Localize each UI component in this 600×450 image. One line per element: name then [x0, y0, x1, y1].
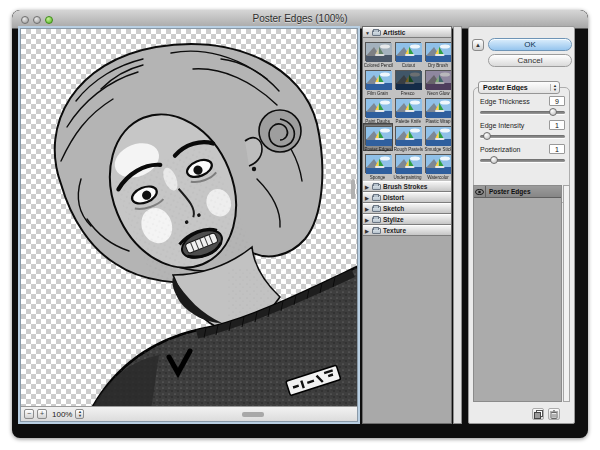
filter-category-artistic[interactable]: ▼Artistic	[363, 27, 451, 38]
effect-layer-row[interactable]: Poster Edges	[474, 186, 561, 198]
preview-statusbar: − + 100% ▲▼	[21, 406, 357, 421]
disclosure-triangle-icon: ▶	[365, 217, 370, 223]
filter-thumbnail-image	[425, 70, 451, 89]
filter-thumb-film-grain[interactable]: Film Grain	[363, 67, 393, 95]
filter-thumbnail-image	[395, 154, 421, 173]
filter-thumbnail-image	[425, 98, 451, 117]
filter-panel-scrollbar[interactable]	[453, 26, 462, 424]
folder-icon	[372, 184, 381, 190]
category-label: Artistic	[383, 29, 405, 36]
filter-thumbnail-image	[425, 126, 451, 145]
filter-category-distort[interactable]: ▶Distort	[363, 192, 451, 203]
disclosure-triangle-icon: ▶	[365, 206, 370, 212]
filter-thumb-poster-edges[interactable]: Poster Edges	[363, 123, 393, 151]
category-label: Distort	[383, 194, 404, 201]
folder-icon	[372, 206, 381, 212]
zoom-level: 100%	[52, 410, 72, 419]
horizontal-scrollbar-thumb[interactable]	[242, 412, 264, 417]
filter-thumbnail-label: Dry Brush	[428, 62, 448, 67]
category-label: Texture	[383, 227, 406, 234]
disclosure-triangle-icon: ▶	[365, 184, 370, 190]
filter-thumbnail-label: Film Grain	[368, 90, 389, 95]
collapse-thumbnails-button[interactable]: ▲	[472, 39, 484, 51]
disclosure-triangle-icon: ▶	[365, 195, 370, 201]
select-stepper-icon: ▲▼	[550, 84, 557, 91]
filter-thumb-watercolor[interactable]: Watercolor	[423, 151, 452, 179]
filter-thumbnail-label: Underpainting	[394, 174, 422, 179]
image-preview[interactable]	[21, 29, 357, 406]
vertical-scrollbar-thumb[interactable]	[351, 179, 355, 199]
filter-select-value: Poster Edges	[483, 84, 550, 91]
filter-thumbnail-image	[365, 126, 391, 145]
filter-thumb-cutout[interactable]: Cutout	[393, 39, 423, 67]
filter-thumbnail-image	[365, 98, 391, 117]
filter-thumbnail-label: Colored Pencil	[363, 62, 392, 67]
filter-select[interactable]: Poster Edges ▲▼	[478, 81, 560, 94]
effect-actions	[532, 408, 560, 420]
edge-intensity-value[interactable]: 1	[549, 120, 565, 130]
filter-category-sketch[interactable]: ▶Sketch	[363, 203, 451, 214]
filter-thumbnail-label: Cutout	[401, 62, 414, 67]
slider-label: Edge Thickness	[480, 98, 530, 105]
filter-thumb-neon-glow[interactable]: Neon Glow	[423, 67, 452, 95]
window-title: Poster Edges (100%)	[12, 13, 588, 24]
filter-thumbnail-label: Paint Daubs	[366, 118, 391, 123]
filter-thumbnail-label: Plastic Wrap	[425, 118, 450, 123]
visibility-eye-icon[interactable]	[474, 186, 486, 197]
filter-thumb-sponge[interactable]: Sponge	[363, 151, 393, 179]
slider-edge-thickness: Edge Thickness9	[480, 96, 565, 114]
posterization-value[interactable]: 1	[549, 144, 565, 154]
filter-category-texture[interactable]: ▶Texture	[363, 225, 451, 236]
filter-thumbnail-label: Smudge Stick	[424, 146, 452, 151]
filter-thumb-smudge-stick[interactable]: Smudge Stick	[423, 123, 452, 151]
edge-thickness-slider[interactable]	[480, 111, 565, 114]
cancel-button[interactable]: Cancel	[488, 54, 572, 67]
slider-edge-intensity: Edge Intensity1	[480, 120, 565, 138]
filter-thumb-colored-pencil[interactable]: Colored Pencil	[363, 39, 393, 67]
filter-thumbnail-image	[395, 126, 421, 145]
filter-thumbnail-image	[365, 42, 391, 61]
zoom-stepper[interactable]: ▲▼	[75, 409, 84, 419]
edge-thickness-value[interactable]: 9	[549, 96, 565, 106]
filter-thumbnail-label: Fresco	[401, 90, 415, 95]
effect-layer-name: Poster Edges	[486, 188, 531, 195]
ok-button[interactable]: OK	[488, 38, 572, 51]
settings-panel: ▲ OK Cancel Poster Edges ▲▼ Edge Thickne…	[468, 26, 575, 424]
new-effect-layer-button[interactable]	[532, 408, 544, 420]
slider-thumb-icon[interactable]	[490, 156, 498, 164]
slider-thumb-icon[interactable]	[549, 108, 557, 116]
filter-thumb-palette-knife[interactable]: Palette Knife	[393, 95, 423, 123]
delete-effect-layer-button[interactable]	[548, 408, 560, 420]
zoom-out-button[interactable]: −	[24, 409, 34, 419]
filter-thumb-dry-brush[interactable]: Dry Brush	[423, 39, 452, 67]
filter-list-panel: ▼ArtisticColored PencilCutoutDry BrushFi…	[362, 26, 452, 424]
effect-list-scrollbar[interactable]	[563, 185, 570, 402]
filter-thumbnail-image	[395, 42, 421, 61]
filter-thumbnail-image	[365, 154, 391, 173]
zoom-in-button[interactable]: +	[37, 409, 47, 419]
filter-gallery-window: Poster Edges (100%)	[12, 10, 588, 438]
disclosure-triangle-icon: ▼	[365, 30, 370, 36]
folder-icon	[372, 228, 381, 234]
filter-thumb-plastic-wrap[interactable]: Plastic Wrap	[423, 95, 452, 123]
filter-thumbnail-label: Sponge	[370, 174, 386, 179]
filter-thumbnail-image	[425, 154, 451, 173]
disclosure-triangle-icon: ▶	[365, 228, 370, 234]
filter-thumb-underpainting[interactable]: Underpainting	[393, 151, 423, 179]
posterization-slider[interactable]	[480, 159, 565, 162]
folder-icon	[372, 195, 381, 201]
filter-thumbnail-label: Poster Edges	[364, 146, 391, 151]
filter-category-stylize[interactable]: ▶Stylize	[363, 214, 451, 225]
folder-icon	[372, 217, 381, 223]
edge-intensity-slider[interactable]	[480, 135, 565, 138]
filter-thumb-paint-daubs[interactable]: Paint Daubs	[363, 95, 393, 123]
filter-category-brush-strokes[interactable]: ▶Brush Strokes	[363, 181, 451, 192]
filter-thumb-rough-pastels[interactable]: Rough Pastels	[393, 123, 423, 151]
slider-label: Posterization	[480, 146, 520, 153]
slider-label: Edge Intensity	[480, 122, 524, 129]
preview-panel: − + 100% ▲▼	[18, 26, 360, 424]
filter-thumb-fresco[interactable]: Fresco	[393, 67, 423, 95]
category-label: Sketch	[383, 205, 404, 212]
horizontal-scrollbar[interactable]	[87, 410, 354, 419]
slider-thumb-icon[interactable]	[483, 132, 491, 140]
